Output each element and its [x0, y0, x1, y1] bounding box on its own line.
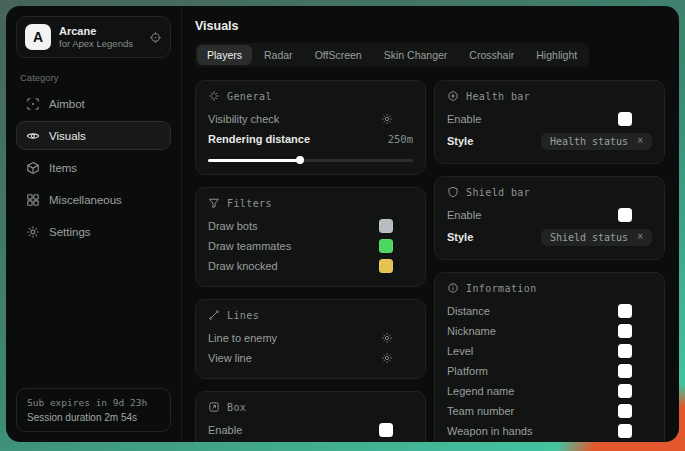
sidebar-item-label: Items — [49, 162, 77, 174]
health-bar-color-swatch[interactable] — [618, 112, 632, 126]
tab-players[interactable]: Players — [197, 45, 252, 65]
team-number-checkbox[interactable] — [639, 405, 652, 418]
setting-row: View line — [208, 348, 413, 368]
shield-bar-enable-checkbox[interactable] — [639, 209, 652, 222]
setting-row: Draw knocked — [208, 256, 413, 276]
target-icon[interactable] — [149, 31, 162, 44]
setting-row: Weapon in hands — [447, 421, 652, 441]
rendering-distance-value: 250m — [388, 133, 413, 145]
app-name: Arcane — [59, 25, 133, 37]
gear-icon[interactable] — [381, 113, 393, 125]
line-to-enemy-checkbox[interactable] — [400, 332, 413, 345]
general-card: General Visibility check — [195, 80, 426, 175]
crosshair-icon — [26, 97, 40, 111]
tab-radar[interactable]: Radar — [254, 45, 303, 65]
setting-row: Team number — [447, 401, 652, 421]
setting-row: Level — [447, 341, 652, 361]
view-line-checkbox[interactable] — [400, 352, 413, 365]
setting-row: Distance — [447, 301, 652, 321]
tab-bar: Players Radar OffScreen Skin Changer Cro… — [195, 43, 589, 67]
sidebar-item-items[interactable]: Items — [16, 153, 171, 182]
sidebar-item-visuals[interactable]: Visuals — [16, 121, 171, 150]
clear-icon[interactable]: × — [637, 232, 643, 242]
draw-bots-checkbox[interactable] — [400, 220, 413, 233]
card-title: Lines — [227, 310, 259, 321]
level-checkbox[interactable] — [639, 345, 652, 358]
weapon-in-hands-checkbox[interactable] — [639, 425, 652, 438]
health-style-select[interactable]: Health status × — [541, 133, 652, 150]
platform-color-swatch[interactable] — [618, 364, 632, 378]
setting-row: Visibility check — [208, 109, 413, 129]
shield-bar-card: Shield bar Enable Style Shield status — [434, 176, 665, 260]
app-logo: A — [25, 24, 51, 50]
visibility-check-checkbox[interactable] — [400, 113, 413, 126]
draw-teammates-checkbox[interactable] — [400, 240, 413, 253]
subscription-info-card: Sub expires in 9d 23h Session duration 2… — [16, 388, 171, 432]
level-color-swatch[interactable] — [618, 344, 632, 358]
tab-skin-changer[interactable]: Skin Changer — [374, 45, 458, 65]
rendering-distance-slider[interactable] — [208, 156, 413, 164]
sidebar-item-label: Aimbot — [49, 98, 85, 110]
distance-color-swatch[interactable] — [618, 304, 632, 318]
gear-icon[interactable] — [381, 332, 393, 344]
distance-checkbox[interactable] — [639, 305, 652, 318]
box-enable-color-swatch[interactable] — [379, 423, 393, 437]
health-bar-enable-checkbox[interactable] — [639, 113, 652, 126]
platform-checkbox[interactable] — [639, 365, 652, 378]
main-content: Visuals Players Radar OffScreen Skin Cha… — [182, 6, 679, 442]
card-title: Filters — [227, 198, 272, 209]
tab-highlight[interactable]: Highlight — [526, 45, 587, 65]
info-icon — [447, 282, 459, 294]
shield-style-select[interactable]: Shield status × — [541, 229, 652, 246]
shield-icon — [447, 186, 459, 198]
setting-row: Style Health status × — [447, 129, 652, 153]
gear-icon[interactable] — [381, 352, 393, 364]
left-column: General Visibility check — [195, 80, 426, 442]
category-label: Category — [20, 72, 167, 83]
card-title: General — [227, 91, 272, 102]
sidebar: A Arcane for Apex Legends Category Aimbo — [6, 6, 182, 442]
card-title: Shield bar — [466, 187, 530, 198]
shield-bar-color-swatch[interactable] — [618, 208, 632, 222]
nickname-checkbox[interactable] — [639, 325, 652, 338]
sparkle-icon — [208, 90, 220, 102]
line-icon — [208, 309, 220, 321]
setting-row: Nickname — [447, 321, 652, 341]
sidebar-item-label: Miscellaneous — [49, 194, 122, 206]
draw-bots-color-swatch[interactable] — [379, 219, 393, 233]
sidebar-item-label: Settings — [49, 226, 91, 238]
sidebar-item-settings[interactable]: Settings — [16, 217, 171, 246]
session-duration-text: Session duration 2m 54s — [27, 412, 160, 423]
app-window: A Arcane for Apex Legends Category Aimbo — [6, 6, 679, 442]
weapon-in-hands-color-swatch[interactable] — [618, 424, 632, 438]
card-title: Box — [227, 402, 246, 413]
setting-row: Line to enemy — [208, 328, 413, 348]
draw-knocked-checkbox[interactable] — [400, 260, 413, 273]
nickname-color-swatch[interactable] — [618, 324, 632, 338]
box-enable-checkbox[interactable] — [400, 424, 413, 437]
setting-row: Draw bots — [208, 216, 413, 236]
sidebar-item-aimbot[interactable]: Aimbot — [16, 89, 171, 118]
sidebar-item-miscellaneous[interactable]: Miscellaneous — [16, 185, 171, 214]
page-title: Visuals — [195, 19, 665, 33]
draw-knocked-color-swatch[interactable] — [379, 259, 393, 273]
legend-name-checkbox[interactable] — [639, 385, 652, 398]
setting-row: Style Shield status × — [447, 225, 652, 249]
eye-icon — [26, 129, 40, 143]
lines-card: Lines Line to enemy — [195, 299, 426, 379]
right-column: Health bar Enable Style Health status — [434, 80, 665, 442]
legend-name-color-swatch[interactable] — [618, 384, 632, 398]
card-title: Health bar — [466, 91, 530, 102]
team-number-color-swatch[interactable] — [618, 404, 632, 418]
clear-icon[interactable]: × — [637, 136, 643, 146]
tab-crosshair[interactable]: Crosshair — [459, 45, 524, 65]
gear-icon — [26, 225, 40, 239]
setting-row: Legend name — [447, 381, 652, 401]
grid-icon — [26, 193, 40, 207]
slider-thumb[interactable] — [296, 156, 304, 164]
app-subtitle: for Apex Legends — [59, 38, 133, 49]
box-card: Box Enable Enable background — [195, 391, 426, 442]
draw-teammates-color-swatch[interactable] — [379, 239, 393, 253]
tab-offscreen[interactable]: OffScreen — [305, 45, 372, 65]
setting-row: Rendering distance 250m — [208, 129, 413, 149]
